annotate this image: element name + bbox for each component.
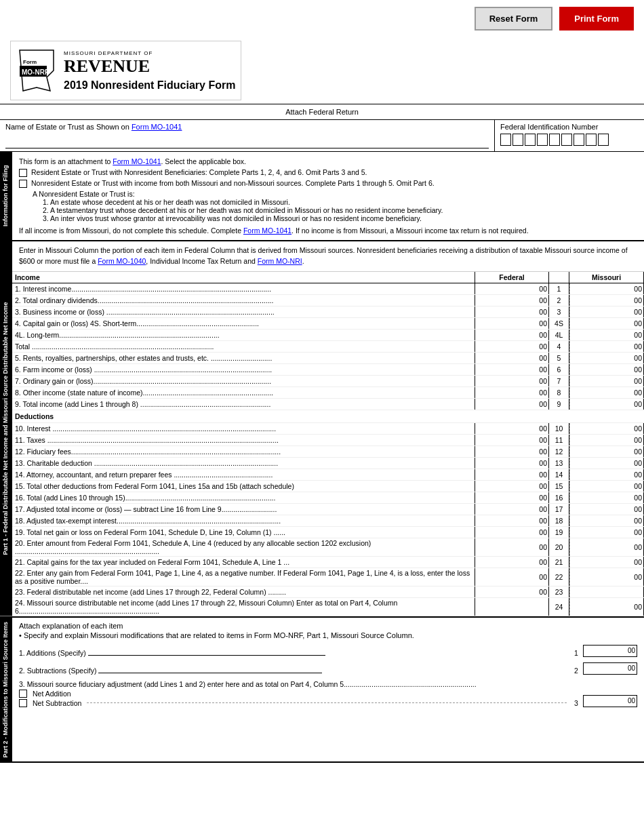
mo-cell-13[interactable]: 00 xyxy=(569,458,644,469)
mo-cell-14[interactable]: 00 xyxy=(569,469,644,480)
id-box-1[interactable] xyxy=(500,134,511,146)
id-box-6[interactable] xyxy=(561,134,572,146)
mo-cell-7[interactable]: 00 xyxy=(569,376,644,386)
print-button[interactable]: Print Form xyxy=(559,7,634,31)
attach-federal-label: Attach Federal Return xyxy=(0,104,644,120)
mo-cell-19[interactable]: 00 xyxy=(569,527,644,538)
fed-cell-20[interactable]: 00 xyxy=(475,538,549,556)
fed-cell-4l[interactable]: 00 xyxy=(475,330,549,340)
mo-cell-24[interactable]: 00 xyxy=(569,598,644,616)
income-line-6: 6. Farm income or (loss) ...............… xyxy=(12,364,644,376)
form-mo1041-footer-link[interactable]: Form MO-1041 xyxy=(243,226,291,235)
checkbox-resident[interactable] xyxy=(19,169,27,177)
mo-cell-4t[interactable]: 00 xyxy=(569,341,644,352)
form-mo1041-link[interactable]: Form MO-1041 xyxy=(113,157,161,165)
income-line-20: 20. Enter amount from Federal Form 1041,… xyxy=(12,538,644,557)
fed-cell-11[interactable]: 00 xyxy=(475,435,549,445)
id-box-3[interactable] xyxy=(525,134,536,146)
id-boxes xyxy=(500,134,639,146)
fed-cell-7[interactable]: 00 xyxy=(475,376,549,386)
fed-cell-18[interactable]: 00 xyxy=(475,515,549,526)
checkbox-net-subtraction[interactable] xyxy=(19,699,27,707)
income-line-22: 22. Enter any gain from Federal Form 104… xyxy=(12,568,644,587)
mo-cell-9[interactable]: 00 xyxy=(569,399,644,410)
income-line-19: 19. Total net gain or loss on Federal Fo… xyxy=(12,527,644,538)
fed-cell-14[interactable]: 00 xyxy=(475,469,549,480)
mo-state-outline: Form MO-NRF xyxy=(16,47,57,94)
fed-cell-23[interactable]: 00 xyxy=(475,587,549,597)
income-line-17: 17. Adjusted total income or (loss) — su… xyxy=(12,504,644,515)
mo-cell-4l[interactable]: 00 xyxy=(569,330,644,340)
fed-cell-8[interactable]: 00 xyxy=(475,387,549,398)
income-line-4l: 4L. Long-term...........................… xyxy=(12,330,644,341)
fed-cell-4s[interactable]: 00 xyxy=(475,318,549,329)
form-mo1040-link[interactable]: Form MO-1040 xyxy=(98,257,146,265)
id-box-2[interactable] xyxy=(512,134,523,146)
fed-cell-16[interactable]: 00 xyxy=(475,492,549,503)
fed-cell-17[interactable]: 00 xyxy=(475,504,549,515)
part2-line3-value[interactable]: 00 xyxy=(583,695,637,707)
mo-cell-16[interactable]: 00 xyxy=(569,492,644,503)
form-monri-link[interactable]: Form MO-NRI xyxy=(258,257,302,265)
fed-cell-13[interactable]: 00 xyxy=(475,458,549,469)
id-box-5[interactable] xyxy=(549,134,560,146)
income-line-16: 16. Total (add Lines 10 through 15).....… xyxy=(12,492,644,504)
mo-cell-8[interactable]: 00 xyxy=(569,387,644,398)
fed-cell-10[interactable]: 00 xyxy=(475,423,549,434)
fed-cell-19[interactable]: 00 xyxy=(475,527,549,538)
checkbox-nonresident[interactable] xyxy=(19,180,27,188)
revenue-logo: REVENUE xyxy=(64,56,235,77)
mo-cell-6[interactable]: 00 xyxy=(569,364,644,375)
fed-cell-22[interactable]: 00 xyxy=(475,568,549,586)
mo-cell-11[interactable]: 00 xyxy=(569,435,644,445)
fed-cell-24[interactable] xyxy=(475,598,549,616)
income-line-18: 18. Adjusted tax-exempt interest........… xyxy=(12,515,644,527)
mo-cell-5[interactable]: 00 xyxy=(569,353,644,363)
id-box-4[interactable] xyxy=(537,134,548,146)
mo-cell-3[interactable]: 00 xyxy=(569,306,644,317)
mo-cell-1[interactable]: 00 xyxy=(569,283,644,294)
part2-line2-value[interactable]: 00 xyxy=(583,662,637,675)
form-mo1041-link-name[interactable]: Form MO-1041 xyxy=(132,123,182,131)
id-box-9[interactable] xyxy=(598,134,609,146)
info-section-content: This form is an attachment to Form MO-10… xyxy=(12,152,644,240)
income-line-7: 7. Ordinary gain or (loss)..............… xyxy=(12,376,644,387)
mo-cell-18[interactable]: 00 xyxy=(569,515,644,526)
part2-line1-value[interactable]: 00 xyxy=(583,645,637,657)
fed-cell-1[interactable]: 00 xyxy=(475,283,549,294)
mo-cell-17[interactable]: 00 xyxy=(569,504,644,515)
fed-cell-6[interactable]: 00 xyxy=(475,364,549,375)
income-line-13: 13. Charitable deduction ...............… xyxy=(12,458,644,469)
mo-cell-12[interactable]: 00 xyxy=(569,446,644,457)
fed-cell-15[interactable]: 00 xyxy=(475,481,549,492)
fed-cell-3[interactable]: 00 xyxy=(475,306,549,317)
form-title: 2019 Nonresident Fiduciary Form xyxy=(64,79,235,92)
fed-cell-5[interactable]: 00 xyxy=(475,353,549,363)
fed-cell-4t[interactable]: 00 xyxy=(475,341,549,352)
fed-cell-12[interactable]: 00 xyxy=(475,446,549,457)
income-line-4t: Total ..................................… xyxy=(12,341,644,353)
reset-button[interactable]: Reset Form xyxy=(475,7,553,31)
col-income-header: Income xyxy=(12,272,475,283)
income-line-1: 1. Interest income......................… xyxy=(12,283,644,295)
income-line-24: 24. Missouri source distributable net in… xyxy=(12,598,644,616)
income-line-2: 2. Total ordinary dividends.............… xyxy=(12,295,644,306)
id-box-8[interactable] xyxy=(586,134,597,146)
col-missouri-header: Missouri xyxy=(569,272,644,283)
id-box-7[interactable] xyxy=(573,134,584,146)
mo-cell-23[interactable] xyxy=(569,587,644,597)
mo-cell-21[interactable]: 00 xyxy=(569,557,644,568)
mo-cell-15[interactable]: 00 xyxy=(569,481,644,492)
mo-cell-2[interactable]: 00 xyxy=(569,295,644,306)
form-label: Form xyxy=(23,59,37,65)
fed-cell-2[interactable]: 00 xyxy=(475,295,549,306)
income-line-11: 11. Taxes ..............................… xyxy=(12,435,644,446)
fed-cell-9[interactable]: 00 xyxy=(475,399,549,410)
mo-cell-10[interactable]: 00 xyxy=(569,423,644,434)
mo-cell-20[interactable]: 00 xyxy=(569,538,644,556)
checkbox-net-addition[interactable] xyxy=(19,690,27,698)
fed-cell-21[interactable]: 00 xyxy=(475,557,549,568)
mo-cell-4s[interactable]: 00 xyxy=(569,318,644,329)
part2-section-label: Part 2 - Modifications to Missouri Sourc… xyxy=(0,618,12,762)
mo-cell-22[interactable]: 00 xyxy=(569,568,644,586)
